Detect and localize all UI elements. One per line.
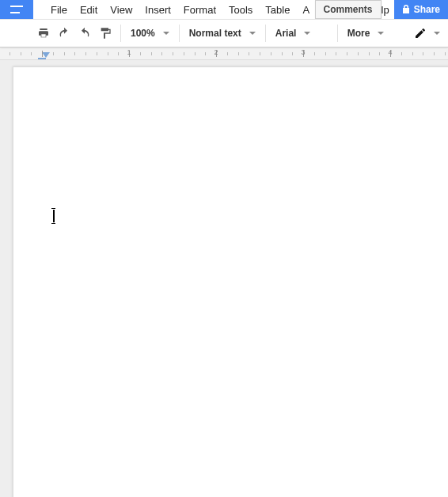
ruler-number: 1: [127, 48, 131, 56]
ruler-tick: [173, 52, 173, 55]
share-label: Share: [414, 4, 440, 15]
caret-down-icon: [304, 32, 310, 35]
menu-format[interactable]: Format: [177, 1, 222, 19]
editing-mode-caret[interactable]: [431, 23, 443, 44]
ruler-tick: [249, 52, 249, 55]
ruler-number: 3: [301, 48, 305, 56]
more-dropdown[interactable]: More: [343, 23, 389, 44]
menu-insert[interactable]: Insert: [139, 1, 177, 19]
ruler-tick: [9, 52, 10, 55]
ruler-tick: [379, 52, 380, 55]
ruler-tick: [227, 52, 228, 55]
horizontal-ruler[interactable]: 12345: [0, 47, 448, 60]
style-value: Normal text: [189, 28, 241, 39]
caret-down-icon: [163, 32, 169, 35]
ruler-tick: [347, 52, 347, 55]
indent-marker-bar-icon[interactable]: [38, 58, 46, 60]
ruler-tick: [108, 52, 108, 55]
ruler-tick: [97, 52, 97, 55]
ruler-tick: [184, 52, 184, 55]
paragraph-style-dropdown[interactable]: Normal text: [184, 23, 260, 44]
ruler-tick: [53, 52, 54, 55]
ruler-tick: [31, 52, 32, 55]
separator: [120, 25, 121, 42]
ruler-tick: [238, 52, 239, 55]
menu-help-fragment[interactable]: lp: [380, 1, 393, 19]
comments-button[interactable]: Comments: [315, 0, 382, 19]
ruler-tick: [42, 51, 43, 57]
redo-button[interactable]: [74, 23, 95, 44]
more-label: More: [347, 28, 370, 39]
ruler-tick: [151, 52, 152, 55]
ruler-tick: [85, 52, 86, 55]
ruler-tick: [358, 52, 359, 55]
menu-bar: File Edit View Insert Format Tools Table…: [44, 1, 315, 19]
undo-button[interactable]: [54, 23, 74, 44]
menu-addons-fragment[interactable]: A: [296, 1, 309, 19]
indent-marker-icon[interactable]: [42, 52, 50, 58]
caret-down-icon: [249, 32, 256, 35]
ruler-tick: [195, 52, 196, 55]
separator: [337, 25, 338, 42]
lock-icon: [402, 5, 410, 14]
ruler-tick: [74, 52, 75, 55]
share-button[interactable]: Share: [394, 0, 448, 19]
menu-tools[interactable]: Tools: [222, 1, 259, 19]
font-value: Arial: [275, 28, 297, 39]
docs-logo[interactable]: [0, 0, 33, 19]
ruler-tick: [434, 52, 435, 55]
ruler-tick: [369, 52, 370, 55]
ruler-tick: [271, 52, 271, 55]
ruler-tick: [64, 52, 65, 55]
ruler-tick: [325, 52, 326, 55]
ruler-tick: [118, 52, 119, 55]
document-page[interactable]: [13, 66, 448, 497]
separator: [179, 25, 180, 42]
ruler-tick: [21, 52, 21, 55]
menu-table[interactable]: Table: [259, 1, 296, 19]
ruler-tick: [282, 52, 283, 55]
docs-logo-icon: [10, 6, 23, 13]
menu-edit[interactable]: Edit: [74, 1, 104, 19]
ruler-tick: [445, 52, 446, 55]
ruler-tick: [314, 52, 315, 55]
zoom-dropdown[interactable]: 100%: [126, 23, 174, 44]
ruler-tick: [412, 52, 413, 55]
ruler-tick: [205, 52, 206, 55]
menu-view[interactable]: View: [104, 1, 139, 19]
font-dropdown[interactable]: Arial: [271, 23, 332, 44]
editing-mode-button[interactable]: [410, 23, 431, 44]
paint-format-button[interactable]: [95, 23, 116, 44]
ruler-tick: [140, 52, 141, 55]
ruler-number: 2: [214, 48, 218, 56]
text-cursor-icon: [53, 210, 54, 222]
caret-down-icon: [378, 32, 384, 35]
ruler-tick: [423, 52, 423, 55]
ruler-tick: [292, 52, 293, 55]
toolbar: 100% Normal text Arial More: [0, 19, 448, 47]
separator: [265, 25, 266, 42]
document-workspace: [0, 60, 448, 497]
ruler-tick: [336, 52, 336, 55]
ruler-tick: [401, 52, 402, 55]
ruler-tick: [161, 52, 162, 55]
caret-down-icon: [434, 32, 440, 35]
ruler-number: 4: [388, 48, 392, 56]
print-button[interactable]: [33, 23, 54, 44]
menu-file[interactable]: File: [44, 1, 74, 19]
ruler-tick: [260, 52, 260, 55]
zoom-value: 100%: [131, 28, 155, 39]
